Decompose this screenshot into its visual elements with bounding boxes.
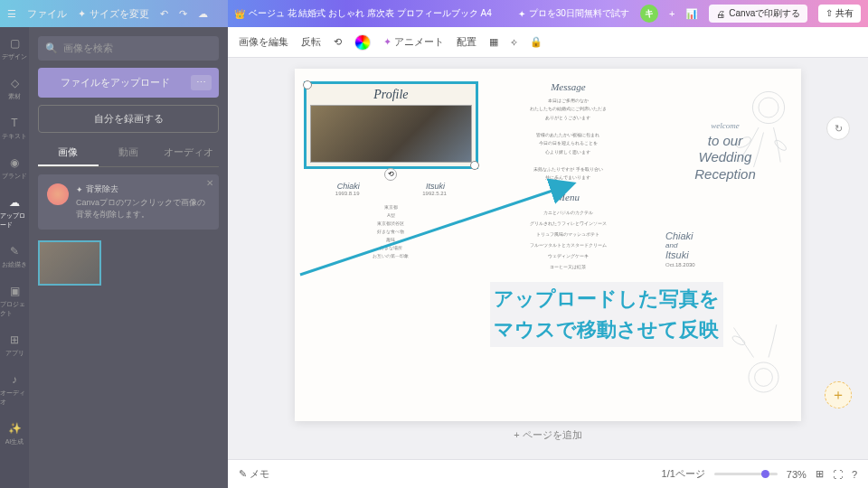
svg-point-4 — [749, 362, 778, 392]
analytics-icon[interactable]: 📊 — [685, 8, 698, 20]
try-pro-button[interactable]: ✦プロを30日間無料で試す — [518, 7, 629, 20]
apps-icon: ⊞ — [7, 333, 22, 347]
rail-elements[interactable]: ◇素材 — [0, 72, 29, 105]
message-body[interactable]: 本日はご多用のなかわたしたちの結婚式にご列席いただきありがとうございます 皆様の… — [495, 97, 642, 183]
rail-ai[interactable]: ✨AI生成 — [0, 418, 29, 450]
bg-remove-icon — [47, 183, 69, 205]
tab-audio[interactable]: オーディオ — [158, 140, 219, 166]
media-tabs: 画像 動画 オーディオ — [38, 140, 219, 167]
fullscreen-icon[interactable]: ⛶ — [833, 469, 843, 480]
cloud-sync-icon[interactable]: ☁ — [198, 8, 208, 20]
couple-names[interactable]: ChiakiandItsuki — [656, 230, 794, 260]
resize-menu[interactable]: ✦サイズを変更 — [78, 7, 149, 21]
lock-icon[interactable]: 🔒 — [530, 36, 542, 48]
add-page-button[interactable]: + ページを追加 — [506, 421, 589, 449]
canvas-area: 画像を編集 反転 ⟲ ✦アニメート 配置 ▦ ⟡ 🔒 ↻ Profile ⟲ — [228, 27, 868, 488]
svg-point-6 — [731, 334, 747, 346]
svg-point-5 — [755, 368, 773, 386]
share-button[interactable]: ⇧ 共有 — [818, 5, 861, 23]
file-menu[interactable]: ファイル — [27, 7, 67, 21]
transparency-icon[interactable]: ▦ — [489, 36, 498, 48]
page-counter[interactable]: 1/1ページ — [662, 467, 705, 481]
profile-title[interactable]: Profile — [310, 88, 472, 102]
wedding-date[interactable]: Oct.18.2030 — [656, 262, 794, 267]
effects-icon[interactable]: ⟡ — [511, 36, 517, 48]
profile-dropped-image[interactable] — [310, 105, 472, 163]
color-picker[interactable] — [354, 34, 371, 51]
help-icon[interactable]: ? — [852, 469, 857, 480]
grid-view-icon[interactable]: ⊞ — [816, 468, 824, 480]
flip-icon[interactable]: ⟲ — [334, 36, 342, 48]
rail-draw[interactable]: ✎お絵描き — [0, 240, 29, 273]
menu-icon[interactable]: ☰ — [7, 8, 16, 20]
record-button[interactable]: 自分を録画する — [38, 105, 219, 133]
rail-brand[interactable]: ◉ブランド — [0, 152, 29, 184]
flip-button[interactable]: 反転 — [301, 35, 321, 49]
rail-design[interactable]: ▢デザイン — [0, 33, 29, 65]
upload-button[interactable]: ファイルをアップロード⋯ — [38, 68, 219, 98]
svg-point-2 — [735, 135, 753, 149]
bride-date[interactable]: 1993.8.19 — [335, 191, 360, 196]
upload-icon: ☁ — [7, 195, 22, 210]
svg-point-3 — [773, 138, 788, 152]
groom-name[interactable]: Itsuki — [426, 182, 445, 191]
redo-button[interactable]: ↷ — [179, 8, 187, 20]
animate-button[interactable]: ✦アニメート — [383, 35, 444, 49]
tab-images[interactable]: 画像 — [38, 140, 99, 166]
zoom-value[interactable]: 73% — [787, 469, 807, 480]
bride-name[interactable]: Chiaki — [337, 182, 360, 191]
magic-icon: ✨ — [7, 421, 22, 436]
position-button[interactable]: 配置 — [457, 35, 476, 49]
rail-projects[interactable]: ▣プロジェクト — [0, 280, 29, 322]
annotation-text: アップロードした写真を マウスで移動させて反映 — [490, 282, 723, 347]
rail-audio[interactable]: ♪オーディオ — [0, 369, 29, 410]
rail-text[interactable]: Tテキスト — [0, 112, 29, 145]
upload-more-icon[interactable]: ⋯ — [191, 75, 212, 90]
groom-date[interactable]: 1992.5.21 — [422, 191, 447, 196]
bottom-bar: ✎ メモ 1/1ページ 73% ⊞ ⛶ ? — [228, 459, 868, 488]
floral-decoration-bottom — [709, 299, 808, 426]
menu-title[interactable]: Menu — [495, 192, 642, 202]
floating-add-button[interactable]: ＋ — [825, 381, 852, 408]
template-icon: ▢ — [7, 36, 22, 51]
draw-icon: ✎ — [7, 244, 22, 258]
close-icon[interactable]: ✕ — [206, 178, 213, 188]
music-icon: ♪ — [7, 372, 22, 387]
menu-list[interactable]: カニとバジルのカクテルグリルされたラフィレとワインソーストリュフ風味のマッシュポ… — [495, 207, 642, 272]
message-title[interactable]: Message — [495, 81, 642, 92]
uploaded-thumbnails — [38, 240, 219, 286]
shapes-icon: ◇ — [7, 76, 22, 90]
context-toolbar: 画像を編集 反転 ⟲ ✦アニメート 配置 ▦ ⟡ 🔒 — [228, 27, 868, 58]
rail-upload[interactable]: ☁アップロード — [0, 192, 29, 233]
profile-card-selected[interactable]: Profile ⟲ — [304, 81, 478, 169]
sidebar-panel: 🔍画像を検索 ファイルをアップロード⋯ 自分を録画する 画像 動画 オーディオ … — [29, 27, 228, 488]
canvas-page[interactable]: Profile ⟲ ChiakiItsuki 1993.8.191992.5.2… — [295, 69, 801, 421]
folder-icon: ▣ — [7, 284, 22, 298]
add-user-button[interactable]: + — [669, 8, 675, 19]
floral-decoration-top — [709, 64, 808, 191]
search-input[interactable]: 🔍画像を検索 — [38, 36, 219, 61]
user-avatar[interactable]: キ — [640, 5, 658, 23]
notes-button[interactable]: ✎ メモ — [239, 467, 269, 481]
search-icon: 🔍 — [45, 42, 58, 54]
side-rail: ▢デザイン ◇素材 Tテキスト ◉ブランド ☁アップロード ✎お絵描き ▣プロジ… — [0, 27, 29, 488]
uploaded-image-thumb[interactable] — [38, 240, 101, 286]
rail-apps[interactable]: ⊞アプリ — [0, 329, 29, 361]
workspace[interactable]: ↻ Profile ⟲ ChiakiItsuki 1993.8.191992.5… — [228, 58, 868, 459]
profile-details[interactable]: 東京都A型東京都渋谷区好きな食べ物趣味好きな場所お互いの第一印象 — [304, 203, 478, 260]
undo-button[interactable]: ↶ — [160, 8, 168, 20]
zoom-slider[interactable] — [714, 473, 778, 475]
print-button[interactable]: 🖨Canvaで印刷する — [709, 5, 807, 23]
top-bar: ☰ ファイル ✦サイズを変更 ↶ ↷ ☁ 👑ベージュ 花 結婚式 おしゃれ 席次… — [0, 0, 868, 27]
text-icon: T — [7, 116, 22, 130]
rotate-page-button[interactable]: ↻ — [826, 117, 850, 140]
bg-remove-card[interactable]: ✕ ✦背景除去 Canvaプロのワンクリックで画像の背景を削除します。 — [38, 174, 219, 230]
brand-icon: ◉ — [7, 155, 22, 170]
tab-videos[interactable]: 動画 — [99, 140, 159, 166]
document-title[interactable]: 👑ベージュ 花 結婚式 おしゃれ 席次表 プロフィールブック A4 — [234, 7, 492, 20]
svg-point-0 — [752, 91, 784, 123]
rotate-handle[interactable]: ⟲ — [384, 168, 397, 181]
edit-image-button[interactable]: 画像を編集 — [239, 35, 288, 49]
svg-point-1 — [759, 98, 778, 117]
